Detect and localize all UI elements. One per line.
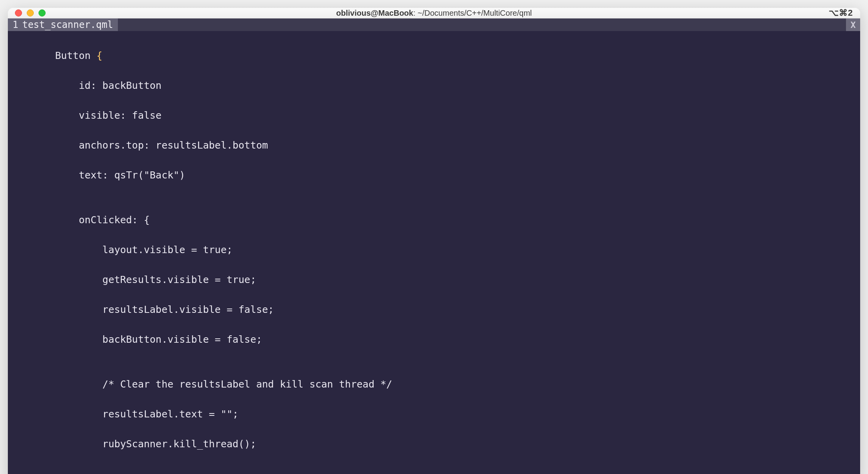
window-title-path: : ~/Documents/C++/MultiCore/qml <box>413 9 532 17</box>
close-window-button[interactable] <box>15 9 22 17</box>
tab-close-button[interactable]: X <box>846 18 860 31</box>
code-line: /* Clear the resultsLabel and kill scan … <box>8 377 860 392</box>
editor: 1 test_scanner.qml X Button { id: backBu… <box>8 18 860 474</box>
code-area[interactable]: Button { id: backButton visible: false a… <box>8 31 860 474</box>
code-line: Button { <box>8 48 860 63</box>
code-line: id: backButton <box>8 78 860 93</box>
terminal-window: oblivious@MacBook: ~/Documents/C++/Multi… <box>8 8 860 474</box>
code-line: visible: false <box>8 108 860 123</box>
titlebar: oblivious@MacBook: ~/Documents/C++/Multi… <box>8 8 860 18</box>
window-title: oblivious@MacBook: ~/Documents/C++/Multi… <box>8 9 860 18</box>
code-line: resultsLabel.text = ""; <box>8 407 860 422</box>
tab-index: 1 <box>13 19 18 30</box>
tabline-filler <box>118 18 846 31</box>
traffic-lights <box>15 9 46 17</box>
code-line: getResults.visible = true; <box>8 272 860 287</box>
window-title-host: oblivious@MacBook <box>336 9 413 17</box>
code-line: onClicked: { <box>8 213 860 228</box>
tab-active[interactable]: 1 test_scanner.qml <box>8 18 118 31</box>
maximize-window-button[interactable] <box>39 9 46 17</box>
code-line: anchors.top: resultsLabel.bottom <box>8 138 860 153</box>
code-line: resultsLabel.visible = false; <box>8 302 860 317</box>
window-shortcut-indicator: ⌥⌘2 <box>829 8 853 18</box>
tabline: 1 test_scanner.qml X <box>8 18 860 31</box>
tab-filename: test_scanner.qml <box>22 19 113 30</box>
code-line: text: qsTr("Back") <box>8 168 860 183</box>
minimize-window-button[interactable] <box>27 9 34 17</box>
code-line: layout.visible = true; <box>8 243 860 257</box>
code-line: rubyScanner.kill_thread(); <box>8 437 860 452</box>
code-line: backButton.visible = false; <box>8 332 860 347</box>
